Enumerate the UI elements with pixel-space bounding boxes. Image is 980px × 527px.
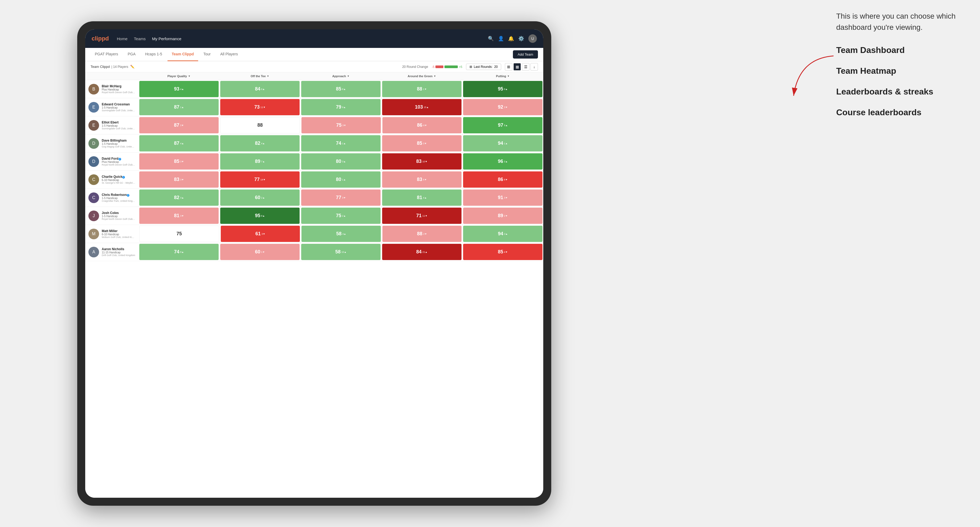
metric-change: 1 [261, 251, 265, 253]
up-arrow-icon [344, 160, 346, 163]
metric-change: 8 [342, 88, 346, 90]
up-arrow-icon [344, 214, 346, 217]
metric-change: 3 [261, 233, 265, 235]
player-details: David Ford✓Plus HandicapRoyal North Devo… [102, 157, 135, 166]
dashboard-items-list: Team DashboardTeam HeatmapLeaderboards &… [836, 44, 964, 119]
metric-cell: 799 [301, 99, 380, 115]
metric-cell: 824 [220, 135, 300, 151]
up-arrow-icon [181, 88, 184, 90]
metric-change: 2 [342, 214, 346, 217]
metric-value: 83 [417, 177, 422, 182]
tab-tour[interactable]: Tour [199, 48, 215, 61]
metric-cell: 892 [463, 208, 542, 224]
metric-cell: 963 [463, 153, 542, 170]
up-arrow-icon [425, 251, 428, 253]
player-club: Sunningdale Golf Club, United Kingdom [102, 127, 135, 130]
metric-change: 4 [504, 251, 508, 253]
edit-icon[interactable]: ✏️ [130, 65, 135, 69]
player-details: Edward Crossman1-5 HandicapSunningdale G… [102, 103, 135, 112]
player-club: Woburn Golf Club, United Kingdom [102, 236, 135, 238]
player-info[interactable]: JJosh Coles1-5 HandicapRoyal North Devon… [85, 207, 138, 225]
metric-change: 3 [342, 124, 346, 127]
metric-cell: 602 [220, 189, 300, 206]
verified-icon: ✓ [119, 158, 121, 160]
metric-cell: 975 [463, 117, 542, 133]
heatmap-view-button[interactable]: ▦ [514, 63, 521, 71]
table-headers-row: Player Quality ▼Off the Tee ▼Approach ▼A… [85, 72, 543, 80]
dashboard-item: Course leaderboards [836, 106, 964, 119]
avatar[interactable]: U [528, 34, 537, 43]
player-club: Gog Magog Golf Club, United Kingdom [102, 145, 135, 148]
metric-value: 93 [174, 86, 180, 92]
down-arrow-icon [181, 160, 184, 163]
avatar: C [88, 174, 99, 185]
add-team-button[interactable]: Add Team [513, 50, 538, 59]
down-arrow-icon [263, 233, 265, 235]
metric-cell: 584 [301, 226, 381, 242]
bell-icon[interactable]: 🔔 [508, 36, 514, 41]
player-info[interactable]: EEdward Crossman1-5 HandicapSunningdale … [85, 98, 138, 116]
player-name: Matt Miller [102, 229, 135, 233]
metric-cell: 923 [463, 99, 542, 115]
annotation-area: This is where you can choose which dashb… [836, 11, 964, 127]
up-arrow-icon [181, 197, 184, 199]
up-arrow-icon [506, 160, 508, 163]
metric-cell: 803 [301, 153, 380, 170]
player-info[interactable]: CChris Robertson✓1-5 HandicapCraigmillar… [85, 189, 138, 206]
settings-icon[interactable]: ⚙️ [518, 36, 524, 41]
down-arrow-icon [425, 88, 427, 90]
metric-cell: 8421 [382, 244, 461, 260]
metric-cell: 823 [139, 189, 219, 206]
last-rounds-icon: ⊞ [469, 65, 472, 69]
player-rows-container: BBlair McHargPlus HandicapRoyal North De… [85, 80, 543, 261]
metric-value: 83 [416, 159, 422, 164]
metric-cell: 833 [139, 171, 219, 187]
metric-value: 81 [174, 213, 180, 219]
up-arrow-icon [181, 142, 184, 145]
metric-value: 61 [255, 231, 261, 237]
navbar-icons: 🔍 👤 🔔 ⚙️ U [488, 34, 537, 43]
up-arrow-icon [344, 251, 347, 253]
list-view-button[interactable]: ☰ [522, 63, 530, 71]
metric-change: 4 [180, 142, 184, 145]
navbar-link-home[interactable]: Home [117, 37, 127, 41]
player-info[interactable]: AAaron Nicholls11-15 HandicapDrift Golf … [85, 243, 138, 261]
metric-change: 3 [423, 142, 427, 145]
metric-cell: 853 [139, 153, 219, 170]
last-rounds-button[interactable]: ⊞ Last Rounds: 20 [466, 63, 501, 70]
tab-pga[interactable]: PGA [123, 48, 140, 61]
player-info[interactable]: MMatt Miller6-10 HandicapWoburn Golf Clu… [85, 225, 138, 243]
avatar: E [88, 120, 99, 131]
navbar-link-teams[interactable]: Teams [134, 37, 146, 41]
player-name: Josh Coles [102, 211, 135, 215]
export-button[interactable]: ↓ [530, 63, 538, 71]
player-info[interactable]: BBlair McHargPlus HandicapRoyal North De… [85, 80, 138, 98]
up-arrow-icon [344, 106, 346, 109]
tab-hcaps-1-5[interactable]: Hcaps 1-5 [141, 48, 167, 61]
metric-value: 88 [257, 122, 262, 128]
tab-pgat-players[interactable]: PGAT Players [91, 48, 122, 61]
down-arrow-icon [344, 197, 346, 199]
metric-cell: 613 [221, 226, 300, 242]
player-info[interactable]: DDavid Ford✓Plus HandicapRoyal North Dev… [85, 152, 138, 170]
navbar-link-my-performance[interactable]: My Performance [152, 37, 181, 41]
tablet-screen: clippd HomeTeamsMy Performance 🔍 👤 🔔 ⚙️ … [85, 29, 543, 498]
player-info[interactable]: CCharlie Quick✓6-10 HandicapSt. George's… [85, 171, 138, 189]
user-icon[interactable]: 👤 [498, 36, 504, 41]
navbar-logo: clippd [92, 35, 109, 42]
last-rounds-label: Last Rounds: [474, 65, 493, 69]
metric-cell: 871 [139, 99, 219, 115]
tab-team-clippd[interactable]: Team Clippd [167, 48, 198, 61]
metric-cell: 773 [301, 189, 380, 206]
metric-cell: 753 [301, 117, 381, 133]
round-change-bar: -5 +5 [432, 65, 462, 68]
down-arrow-icon [262, 251, 265, 253]
player-info[interactable]: DDave Billingham1-5 HandicapGog Magog Go… [85, 135, 138, 152]
down-arrow-icon [506, 251, 508, 253]
grid-view-button[interactable]: ⊞ [505, 63, 512, 71]
metric-change: 2 [504, 214, 508, 217]
tab-all-players[interactable]: All Players [216, 48, 242, 61]
player-info[interactable]: EElliot Ebert1-5 HandicapSunningdale Gol… [85, 116, 138, 134]
metric-value: 97 [498, 122, 503, 128]
search-icon[interactable]: 🔍 [488, 36, 494, 41]
